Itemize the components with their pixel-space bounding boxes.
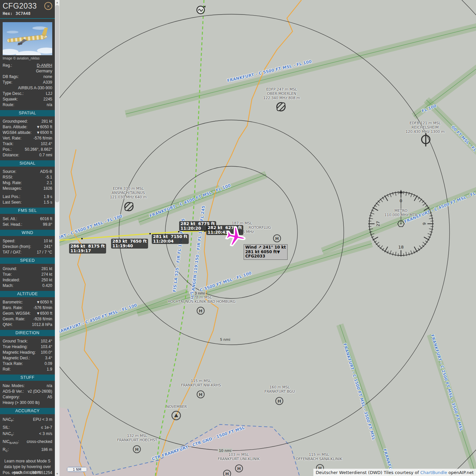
row-value[interactable]: D-ANRH [37,63,52,68]
row-value: 99.8° [43,222,52,227]
row-value: Germany [36,68,52,74]
row-value: 1012.8 hPa [32,322,52,328]
row-value: ▼6500 ft [36,130,52,136]
row-value: n/a [47,102,52,108]
data-row: Msg. Rate:2.1 [0,180,55,186]
scale-bar: 1 NM [67,467,87,472]
helipad-label: 103 m MSLFRANKFURT UNI-KLINIK [218,453,260,461]
helipad-label-line: 132 m MSL [117,434,157,438]
helipad-label: 160 m MSLFRANKFURT BGU [264,385,295,394]
data-row: WGS84 altitude:▼6500 ft [0,130,55,136]
section-header-spatial: SPATIAL [0,110,55,116]
chartbundle-link[interactable]: ChartBundle [420,470,447,475]
row-value: 103.4° [41,344,52,350]
data-row: Vert. Rate:-576 ft/min [0,136,55,141]
trail-speed-alt: 286 kt 8175 ft [70,244,105,249]
site-label-line: 110.000 MHz MTR [384,213,417,217]
data-row: TAT / OAT:17 / 7 °C [0,250,55,255]
trail-label: 283 kt 7650 ft11:19:40 [111,239,148,249]
section-header-signal: SIGNAL [0,160,55,167]
data-row: Baro. Rate:-576 ft/min [0,305,55,311]
trail-label: 281 kt 7150 ft11:20:04 [152,234,189,244]
trail-speed-alt: 283 kt 7650 ft [112,239,147,244]
row-label: Squawk: [3,97,18,102]
row-value: 281 kt [41,119,52,124]
row-value: 1.5 s [44,200,52,205]
row-label: ADS-B Ver.: [3,389,24,394]
site-label-line: 121.030 MHz 640 m [110,195,146,199]
scale-bar-label: 1 NM [67,467,87,471]
row-label: Reg.: [3,63,12,68]
ring-distance-label: 3 nmi [193,291,206,296]
aircraft-photo[interactable] [3,22,52,55]
hex-row: Hex:3C7A48 [3,11,52,16]
row-value: < 3 m/s [39,431,52,437]
data-row: AIRBUS A-330-900 [0,85,55,91]
row-label: Messages: [3,186,22,191]
section-header-fms-sel: FMS SEL [0,208,55,214]
row-value: 2.1 [47,180,52,186]
row-label: Msg. Rate: [3,180,22,186]
data-row: Last Pos.:1.9 s [0,194,55,200]
image-credit: Image © aviation_niklas [0,55,55,63]
row-label: Baro. Rate: [3,305,23,311]
site-label: NOVEMBER [166,405,187,409]
helipad-icon: H [133,445,141,453]
airspace-label: FURT - C 5500 FT MSL - FL 100 [60,214,123,241]
data-row: RSSI:-5.1 [0,175,55,180]
row-value: 102.4° [41,141,52,147]
row-label: Roll: [3,367,11,372]
sidebar-scrollbar[interactable]: ▲ ▼ [55,0,60,476]
row-label: Track: [3,141,14,147]
data-row: Direction (from):241° [0,244,55,250]
row-value: ≤ 1e-7 [41,424,52,431]
helipad-icon: H [273,234,281,242]
row-value: ▼6050 ft [36,299,52,305]
helipad-label: 178 m MSLHOCHTAUNUS-KLINIK BAD HOMBURG [168,295,236,304]
row-label: Route: [3,102,14,108]
airspace-label: FRANKFURT - C 2500 FT MSL - 3500 FT MSL [430,334,464,432]
data-row: Type Desc.:L2J [0,91,55,97]
row-label: True Heading: [3,344,28,350]
row-label: Nav. Modes: [3,383,24,389]
row-value: A339 [43,80,52,85]
row-label: Vert. Rate: [3,136,21,141]
row-value: v2 (DO-260B) [28,389,52,394]
scroll-down-icon[interactable]: ▼ [55,471,60,476]
helipad-icon: H [197,390,205,398]
site-label: EDFP 247 m MSLOBER-MOERLEN122.340 MHz 80… [263,87,300,100]
row-value: L2J [46,91,52,97]
site-label-line: EDFA 330 m MSL [110,186,146,191]
section-header-accuracy: ACCURACY [0,408,55,414]
row-label: RSSI: [3,175,13,180]
close-button[interactable]: × [44,2,52,10]
row-value: 241° [44,244,52,250]
row-value: 6016 ft [40,216,52,222]
row-value: 100.0° [41,350,52,355]
scroll-up-icon[interactable]: ▲ [55,0,60,5]
aircraft-info-panel: CFG2033 × Hex:3C7A48 [0,0,55,476]
row-label: DB flags: [3,74,19,80]
site-label-line: 122.340 MHz 808 m [263,96,300,100]
row-value: 17 / 7 °C [37,250,52,255]
helipad-label-line: 115 m MSL [181,379,221,383]
data-row: DB flags:none [0,74,55,80]
scrollbar-thumb[interactable] [55,5,59,202]
helipad-label: 115 m MSLOFFENBACH SANA-KLINIK [296,453,342,461]
row-label: Last Pos.: [3,194,20,200]
tooltip-wind-line: Wind ↗ 241° 10 kt [245,245,286,250]
row-value: 0.420 [42,283,52,289]
data-row: Mach:0.420 [0,283,55,289]
helipad-icon: H [275,397,283,405]
pos-epoch-label: Pos. epoch: [3,470,23,475]
map[interactable]: 061827 FRANKFU [60,0,476,476]
attribution-text: openAIP.net [447,470,474,475]
map-label-overlay: FRANKFURT - C 5500 FT MSL - FL 100FURT -… [60,0,476,476]
row-label: WGS84 altitude: [3,130,31,136]
data-row: Track:102.4° [0,141,55,147]
data-row: Baro. Altitude:▼6050 ft [0,124,55,130]
row-label: Direction (from): [3,244,31,250]
airspace-label: FL 100 [421,103,437,114]
trail-timestamp: 11:20:04 [153,239,187,244]
helipad-icon: H [223,470,231,476]
